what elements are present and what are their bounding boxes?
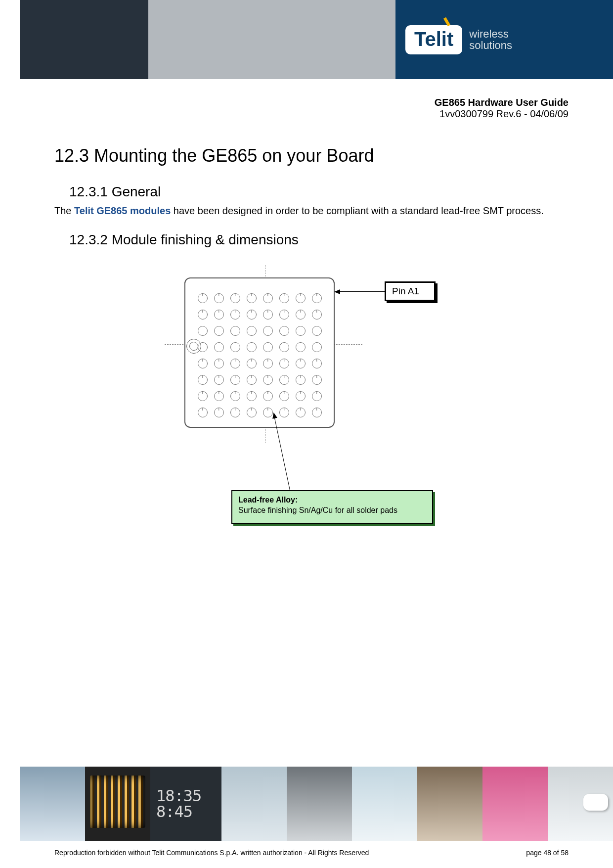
general-text-pre: The [54, 205, 74, 216]
solder-pad [312, 293, 322, 303]
general-paragraph: The Telit GE865 modules have been design… [54, 205, 571, 217]
solder-pad [312, 359, 322, 368]
footer-photo-7 [417, 767, 482, 841]
telit-logo-text: Telit [414, 28, 453, 50]
solder-pad [230, 293, 240, 303]
footer-photo-1 [20, 767, 85, 841]
solder-pad [263, 310, 273, 320]
solder-pad [198, 326, 208, 336]
solder-pad [230, 375, 240, 385]
solder-pad [214, 293, 224, 303]
solder-pad [279, 342, 289, 352]
section-heading: 12.3 Mounting the GE865 on your Board [54, 145, 571, 166]
solder-pad [296, 342, 306, 352]
solder-pad [247, 359, 257, 368]
solder-pad [312, 326, 322, 336]
solder-pad [230, 342, 240, 352]
arrow-line-icon [335, 291, 385, 292]
solder-pad [198, 359, 208, 368]
document-header: GE865 Hardware User Guide 1vv0300799 Rev… [0, 79, 613, 120]
solder-pad [214, 375, 224, 385]
solder-pad [312, 408, 322, 417]
footer-line: Reproduction forbidden without Telit Com… [54, 849, 569, 857]
solder-pad [214, 359, 224, 368]
solder-pad [230, 391, 240, 401]
solder-pad [198, 375, 208, 385]
solder-pad [247, 293, 257, 303]
solder-pad [312, 310, 322, 320]
solder-pad [247, 310, 257, 320]
solder-pad [198, 408, 208, 417]
solder-pad [296, 359, 306, 368]
solder-pad [312, 391, 322, 401]
solder-pad-grid [194, 290, 325, 420]
solder-pad [214, 342, 224, 352]
header-band: Telit wireless solutions [0, 0, 613, 79]
solder-pad [198, 391, 208, 401]
footer-photo-2 [85, 767, 150, 841]
footer-photo-6 [352, 767, 417, 841]
copyright-text: Reproduction forbidden without Telit Com… [54, 849, 369, 857]
subsection-dimensions-heading: 12.3.2 Module finishing & dimensions [69, 232, 571, 248]
solder-pad [296, 408, 306, 417]
solder-pad [279, 391, 289, 401]
footer-photo-9 [548, 767, 613, 841]
clock-time-top: 18:35 [156, 788, 221, 804]
lead-free-alloy-note: Lead-free Alloy: Surface finishing Sn/Ag… [231, 490, 433, 524]
solder-pad [263, 408, 273, 417]
telit-logo-accent [443, 17, 450, 26]
solder-pad [214, 310, 224, 320]
footer-photo-4 [221, 767, 287, 841]
solder-pad [230, 359, 240, 368]
header-logo-block: Telit wireless solutions [395, 0, 613, 79]
footer-photo-8 [482, 767, 548, 841]
solder-pad [279, 359, 289, 368]
solder-pad [296, 326, 306, 336]
footer-image-strip: 18:35 8:45 [20, 767, 613, 841]
solder-pad [198, 310, 208, 320]
subsection-general-heading: 12.3.1 General [69, 184, 571, 200]
page-number: page 48 of 58 [526, 849, 569, 857]
solder-pad [279, 375, 289, 385]
solder-pad [247, 408, 257, 417]
solder-pad [296, 310, 306, 320]
solder-pad [296, 375, 306, 385]
solder-pad [214, 391, 224, 401]
solder-pad [230, 408, 240, 417]
alloy-text: Surface finishing Sn/Ag/Cu for all solde… [238, 505, 426, 516]
solder-pad [312, 342, 322, 352]
solder-pad [296, 391, 306, 401]
alloy-arrow [273, 413, 274, 493]
solder-pad [279, 408, 289, 417]
solder-pad [198, 293, 208, 303]
telit-logo: Telit [405, 25, 462, 54]
solder-pad [247, 342, 257, 352]
solder-pad [247, 391, 257, 401]
doc-title: GE865 Hardware User Guide [0, 97, 569, 108]
solder-pad [263, 293, 273, 303]
alloy-title: Lead-free Alloy: [238, 495, 426, 505]
solder-pad [247, 375, 257, 385]
solder-pad [312, 375, 322, 385]
solder-pad [198, 342, 208, 352]
module-name: Telit GE865 modules [74, 205, 171, 216]
solder-pad [263, 375, 273, 385]
tagline-line1: wireless [469, 28, 512, 40]
solder-pad [230, 310, 240, 320]
doc-revision: 1vv0300799 Rev.6 - 04/06/09 [0, 108, 569, 120]
tagline-line2: solutions [469, 40, 512, 51]
solder-pad [263, 326, 273, 336]
clock-time-bottom: 8:45 [156, 804, 221, 820]
solder-pad [263, 359, 273, 368]
solder-pad [247, 326, 257, 336]
solder-pad [279, 326, 289, 336]
module-figure: Pin A1 Lead-free Alloy: Surface finishin… [125, 268, 501, 545]
solder-pad [279, 310, 289, 320]
solder-pad [279, 293, 289, 303]
solder-pad [263, 391, 273, 401]
solder-pad [230, 326, 240, 336]
footer-photo-clock: 18:35 8:45 [150, 767, 221, 841]
solder-pad [296, 293, 306, 303]
solder-pad [214, 326, 224, 336]
pin-a1-label: Pin A1 [385, 281, 436, 301]
